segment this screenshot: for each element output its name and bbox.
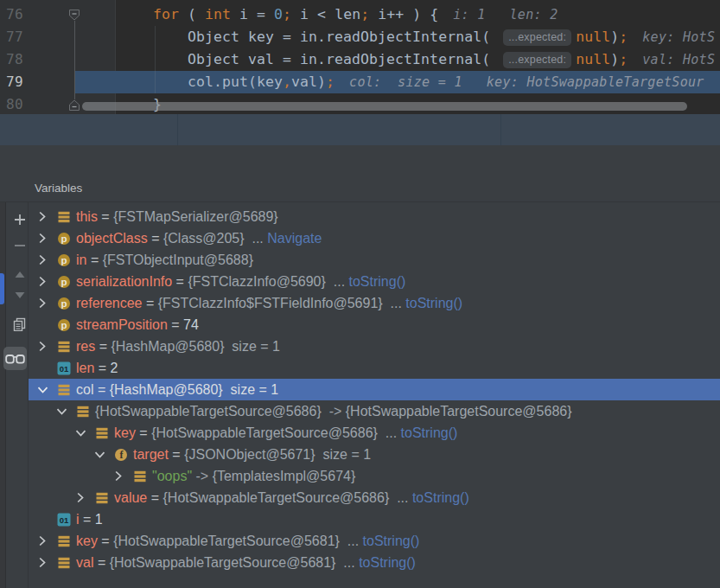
code-keyword: for [153,6,179,22]
ellipsis-text: ... [389,490,412,506]
equals-sign: = [93,382,109,398]
copy-icon [13,317,27,331]
code-keyword: ; [326,74,335,90]
variable-link[interactable]: Navigate [267,231,322,246]
equals-sign: = [136,425,151,441]
variable-name: referencee [76,296,143,311]
parameter-icon: p [57,297,71,310]
chevron-expanded-icon[interactable] [36,384,48,396]
variable-row-target[interactable]: ftarget = {JSONObject@5671} size = 1 [29,444,720,465]
variable-link[interactable]: toString() [405,296,462,311]
variable-name: target [133,447,169,463]
variable-row-oops[interactable]: "oops" -> {TemplatesImpl@5674} [29,465,720,487]
variable-row-key[interactable]: key = {HotSwappableTargetSource@5681} ..… [29,530,720,552]
svg-text:p: p [61,255,67,265]
show-watches-button[interactable] [3,347,27,370]
triangle-down-icon [14,291,26,300]
variable-link[interactable]: toString() [359,555,416,571]
variable-value: {HotSwappableTargetSource@5686} [162,490,389,506]
code-editor[interactable]: 76for ( int i = 0; i < len; i++ ) {i: 1 … [0,0,720,114]
debugger-window: 76for ( int i = 0; i < len; i++ ) {i: 1 … [0,0,720,588]
triangle-up-icon [14,270,26,279]
equals-sign: = [169,447,184,463]
primitive-icon: 01 [57,513,71,527]
variable-link[interactable]: toString() [349,274,406,290]
code-text: ) [610,29,619,45]
chevron-collapsed-icon[interactable] [36,341,48,353]
equals-sign: = [148,231,163,246]
chevron-collapsed-icon[interactable] [36,535,48,547]
variable-name: res [76,339,95,355]
line-number[interactable]: 79 [6,71,23,93]
chevron-expanded-icon[interactable] [74,427,86,439]
variable-row-res[interactable]: res = {HashMap@5680} size = 1 [29,336,720,357]
variable-value: {FSTClazzInfo@5690} [188,274,325,290]
line-number[interactable]: 76 [6,3,23,26]
variable-row-key[interactable]: key = {HotSwappableTargetSource@5686} ..… [29,422,720,444]
equals-sign: = [147,490,162,506]
variable-row-serializationInfo[interactable]: pserializationInfo = {FSTClazzInfo@5690}… [29,271,720,292]
chevron-collapsed-icon[interactable] [36,233,48,245]
equals-sign: = [172,274,188,290]
variable-row-this[interactable]: this = {FSTMapSerializer@5689} [29,206,720,227]
line-number[interactable]: 78 [6,48,23,71]
line-number[interactable]: 80 [6,93,23,116]
chevron-slot [36,362,48,374]
variable-row-i[interactable]: 01i = 1 [29,508,720,530]
code-text: Object key = in.readObjectInternal( [153,29,490,45]
plus-icon [14,214,26,226]
code-line-77[interactable]: Object key = in.readObjectInternal(...ex… [153,26,715,48]
variable-value: {FSTClazzInfo$FSTFieldInfo@5691} [158,296,383,311]
code-line-78[interactable]: Object val = in.readObjectInternal(...ex… [153,48,715,71]
variable-name: value [114,490,147,506]
variable-row-col[interactable]: col = {HashMap@5680} size = 1 [29,379,720,400]
toolwindow-stripe-indicator [0,273,4,304]
chevron-collapsed-icon[interactable] [36,557,48,569]
variable-row-objectClass[interactable]: pobjectClass = {Class@205} ... Navigate [29,227,720,249]
variables-panel-title: Variables [35,182,82,195]
field-icon: f [114,448,128,462]
variable-row-value[interactable]: value = {HotSwappableTargetSource@5686} … [29,487,720,508]
code-text: i < len [291,6,360,22]
code-line-76[interactable]: for ( int i = 0; i < len; i++ ) {i: 1 le… [153,3,558,26]
equals-sign: = [80,512,95,527]
primitive-icon: 01 [57,361,71,375]
minus-icon [14,240,26,252]
line-number[interactable]: 77 [6,26,23,48]
ellipsis-text: ... [340,534,363,549]
value-bars-icon [95,426,109,440]
equals-sign: = [94,361,110,376]
variable-row-referencee[interactable]: preferencee = {FSTClazzInfo$FSTFieldInfo… [29,292,720,314]
chevron-collapsed-icon[interactable] [36,254,48,266]
variable-value: {HotSwappableTargetSource@5681} [110,555,336,571]
variable-row-streamPosition[interactable]: pstreamPosition = 74 [29,314,720,336]
chevron-collapsed-icon[interactable] [36,211,48,223]
variable-link[interactable]: toString() [363,534,420,549]
variable-row-in[interactable]: pin = {FSTObjectInput@5688} [29,249,720,271]
code-line-79[interactable]: col.put(key,val);col: size = 1 key: HotS… [153,71,704,93]
parameter-icon: p [57,253,71,267]
code-keyword: null [576,29,610,45]
code-keyword: null [576,51,610,67]
variable-row-len[interactable]: 01len = 2 [29,357,720,379]
code-text: ( [179,6,205,22]
chevron-expanded-icon[interactable] [93,449,105,461]
equals-sign: = [143,296,158,311]
variable-row[interactable]: {HotSwappableTargetSource@5686} -> {HotS… [29,400,720,422]
equals-sign: = [86,252,102,268]
equals-sign: = [98,534,113,549]
variable-link[interactable]: toString() [412,490,469,506]
variable-row-val[interactable]: val = {HotSwappableTargetSource@5681} ..… [29,552,720,573]
chevron-collapsed-icon[interactable] [36,276,48,288]
chevron-slot [36,319,48,331]
chevron-collapsed-icon[interactable] [36,297,48,310]
chevron-slot [36,514,48,526]
variable-link[interactable]: toString() [401,425,458,441]
horizontal-scrollbar[interactable] [82,102,687,111]
chevron-collapsed-icon[interactable] [112,470,124,483]
variable-value: {FSTObjectInput@5688} [103,252,253,268]
chevron-collapsed-icon[interactable] [74,492,86,504]
variable-value: {HotSwappableTargetSource@5681} [113,534,340,549]
chevron-expanded-icon[interactable] [55,406,67,418]
variable-name: key [76,534,98,549]
